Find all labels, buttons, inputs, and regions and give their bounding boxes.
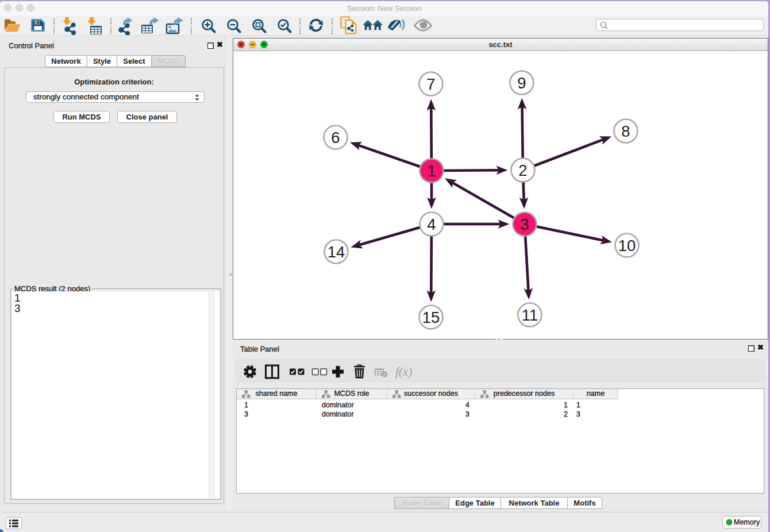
svg-text:4: 4	[427, 215, 436, 233]
svg-text:1: 1	[427, 162, 436, 180]
svg-text:f(x): f(x)	[395, 365, 412, 379]
svg-text:7: 7	[426, 75, 435, 93]
svg-text:15: 15	[422, 309, 440, 326]
svg-text:9: 9	[517, 74, 526, 92]
svg-text:6: 6	[331, 129, 340, 147]
svg-text:14: 14	[328, 243, 345, 261]
svg-text:3: 3	[520, 215, 529, 233]
svg-text:11: 11	[522, 306, 538, 324]
svg-text:8: 8	[621, 122, 630, 140]
svg-text:2: 2	[518, 161, 527, 179]
svg-text:10: 10	[618, 237, 636, 255]
